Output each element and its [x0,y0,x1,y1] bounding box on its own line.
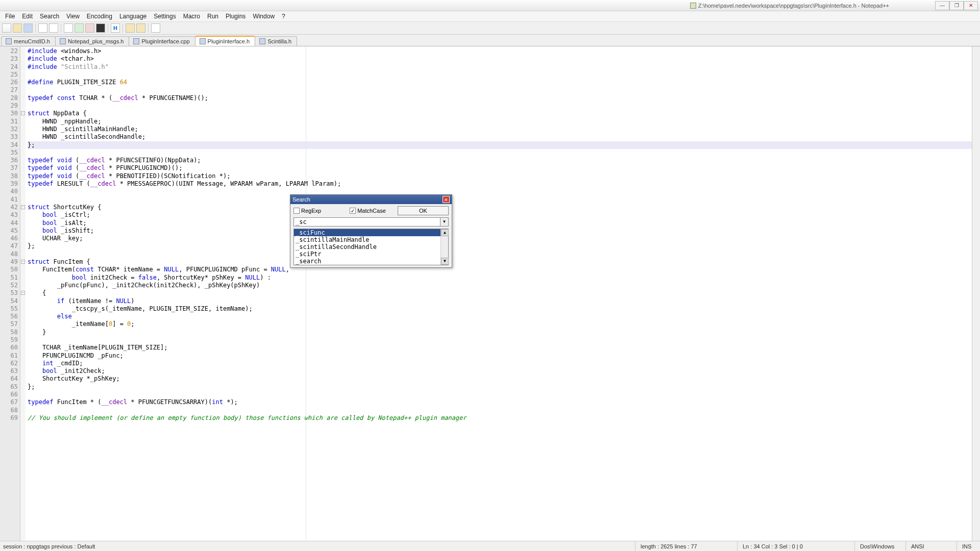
code-line[interactable]: }; [28,141,972,149]
code-line[interactable]: _pFunc(pFunc), _init2Check(init2Check), … [28,282,972,289]
code-line[interactable]: typedef FuncItem * (__cdecl * PFUNCGETFU… [28,398,972,406]
close-button[interactable]: ✕ [964,1,978,10]
menu-view[interactable]: View [63,12,83,21]
code-line[interactable]: }; [28,383,972,391]
code-line[interactable]: typedef LRESULT (__cdecl * PMESSAGEPROC)… [28,180,972,188]
search-dropdown[interactable]: _sciFunc_scintillaMainHandle_scintillaSe… [293,229,449,265]
code-line[interactable] [28,336,972,344]
code-line[interactable]: bool init2Check = false, ShortcutKey* pS… [28,274,972,282]
menu-language[interactable]: Language [116,12,150,21]
save-file-button[interactable] [23,23,33,33]
toggle-button[interactable] [96,23,105,33]
code-line[interactable]: #include "Scintilla.h" [28,63,972,71]
code-line[interactable]: HWND _scintillaMainHandle; [28,126,972,133]
code-line[interactable] [28,71,972,79]
code-line[interactable]: TCHAR _itemName[PLUGIN_ITEM_SIZE]; [28,344,972,352]
code-line[interactable]: HWND _nppHandle; [28,118,972,126]
code-line[interactable]: bool _isAlt; [28,219,972,227]
folder2-button[interactable] [136,23,145,33]
code-line[interactable]: } [28,329,972,336]
tab-menucmdid-h[interactable]: menuCmdID.h [1,36,56,46]
undo-button[interactable] [75,23,84,33]
code-line[interactable]: #include <tchar.h> [28,55,972,63]
dropdown-item[interactable]: _scintillaSecondHandle [294,243,448,251]
code-line[interactable]: typedef void (__cdecl * PFUNCPLUGINCMD)(… [28,164,972,172]
fold-gutter[interactable]: −−−− [20,46,26,541]
tab-plugininterface-cpp[interactable]: PluginInterface.cpp [129,36,195,46]
code-line[interactable]: struct ShortcutKey { [28,204,972,211]
menu-encoding[interactable]: Encoding [84,12,115,21]
tab-notepad_plus_msgs-h[interactable]: Notepad_plus_msgs.h [55,36,129,46]
fold-toggle[interactable]: − [21,260,25,264]
tab-plugininterface-h[interactable]: PluginInterface.h [195,36,256,46]
code-line[interactable]: UCHAR _key; [28,235,972,242]
code-line[interactable] [28,196,972,204]
maximize-button[interactable]: ❐ [949,1,964,10]
menu-run[interactable]: Run [204,12,222,21]
search-close-button[interactable]: ✕ [443,196,450,203]
scroll-up-icon[interactable]: ▲ [441,229,449,236]
open-file-button[interactable] [13,23,22,33]
fold-toggle[interactable]: − [21,291,25,295]
menu-file[interactable]: File [2,12,18,21]
code-line[interactable]: typedef const TCHAR * (__cdecl * PFUNCGE… [28,94,972,102]
menu-plugins[interactable]: Plugins [223,12,249,21]
code-line[interactable] [28,149,972,157]
paste-button[interactable] [64,23,73,33]
fold-toggle[interactable]: − [21,111,25,115]
code-line[interactable] [28,188,972,195]
header-button[interactable]: H [111,23,120,33]
code-line[interactable]: if (itemName != NULL) [28,297,972,305]
vertical-scrollbar[interactable] [972,46,980,541]
search-dropdown-button[interactable]: ▼ [440,217,449,227]
code-line[interactable]: PFUNCPLUGINCMD _pFunc; [28,352,972,360]
code-line[interactable]: #include <windows.h> [28,47,972,55]
copy-button[interactable] [49,23,58,33]
dropdown-item[interactable]: _search [294,258,448,265]
matchcase-checkbox[interactable]: MatchCase [350,208,386,214]
code-line[interactable]: { [28,289,972,297]
menu-window[interactable]: Window [250,12,278,21]
code-line[interactable]: // You should implement (or define an em… [28,414,972,422]
code-line[interactable]: bool _init2Check; [28,367,972,375]
code-line[interactable]: }; [28,242,972,250]
dropdown-item[interactable]: _scintillaMainHandle [294,236,448,243]
code-line[interactable]: else [28,313,972,320]
search-input[interactable] [293,217,440,227]
dropdown-item[interactable]: _sciFunc [294,229,448,236]
code-line[interactable]: HWND _scintillaSecondHandle; [28,133,972,141]
menu-?[interactable]: ? [279,12,288,21]
code-line[interactable]: bool _isShift; [28,227,972,235]
dropdown-item[interactable]: _sciPtr [294,251,448,258]
folder-button[interactable] [126,23,135,33]
regexp-checkbox[interactable]: RegExp [293,208,321,214]
ok-button[interactable]: OK [398,206,449,215]
tab-scintilla-h[interactable]: Scintilla.h [255,36,297,46]
code-line[interactable] [28,86,972,94]
code-line[interactable] [28,102,972,110]
code-line[interactable] [28,251,972,258]
menu-edit[interactable]: Edit [19,12,36,21]
code-line[interactable] [28,391,972,398]
code-line[interactable]: struct NppData { [28,110,972,117]
code-line[interactable]: typedef void (__cdecl * PFUNCSETINFO)(Np… [28,157,972,164]
code-line[interactable]: bool _isCtrl; [28,211,972,219]
menu-macro[interactable]: Macro [180,12,203,21]
code-line[interactable]: _tcscpy_s(_itemName, PLUGIN_ITEM_SIZE, i… [28,305,972,313]
code-line[interactable]: int _cmdID; [28,360,972,367]
menu-settings[interactable]: Settings [151,12,179,21]
scroll-down-icon[interactable]: ▼ [441,258,449,265]
redo-button[interactable] [85,23,94,33]
editor[interactable]: 2223242526272829303132333435363738394041… [0,46,980,541]
code-line[interactable]: ShortcutKey *_pShKey; [28,375,972,383]
code-line[interactable]: struct FuncItem { [28,258,972,266]
menu-search[interactable]: Search [37,12,62,21]
new-file-button[interactable] [2,23,11,33]
search-titlebar[interactable]: Search ✕ [290,195,452,204]
cut-button[interactable] [38,23,47,33]
code-line[interactable] [28,407,972,414]
minimize-button[interactable]: — [935,1,949,10]
zoom-button[interactable] [151,23,160,33]
fold-toggle[interactable]: − [21,205,25,209]
code-line[interactable]: typedef void (__cdecl * PBENOTIFIED)(SCN… [28,172,972,180]
